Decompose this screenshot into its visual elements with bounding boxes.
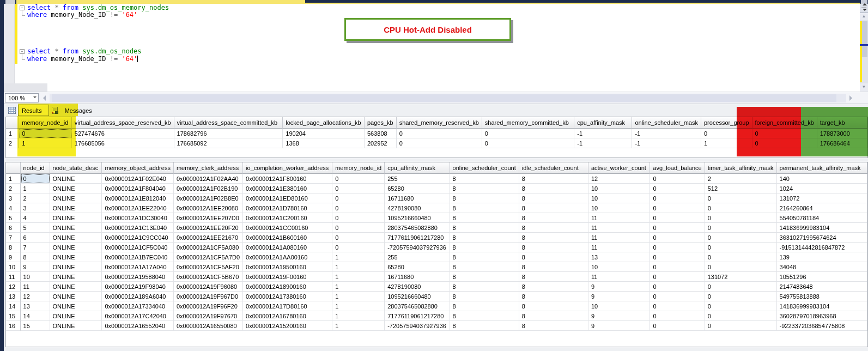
grid-cell[interactable]: 0x0000012A19F98040 — [102, 282, 173, 292]
grid-cell[interactable]: ONLINE — [50, 252, 102, 262]
grid-cell[interactable]: 4278190080 — [385, 282, 450, 292]
grid-cell[interactable]: 8 — [450, 311, 519, 321]
grid-cell[interactable]: ONLINE — [50, 262, 102, 272]
grid-cell[interactable]: 11 — [588, 272, 650, 282]
grid-cell[interactable]: 0x0000012A1F02AA40 — [174, 174, 243, 184]
grid-cell[interactable]: 131072 — [705, 272, 777, 282]
grid-cell[interactable]: 16711680 — [385, 193, 450, 203]
grid-cell[interactable]: 1 — [21, 184, 50, 193]
table-row[interactable]: 1110ONLINE0x0000012A195880400x0000012A1C… — [6, 272, 867, 282]
grid-cell[interactable]: 0 — [650, 184, 705, 193]
grid-cell[interactable]: 0x0000012A1CC00160 — [243, 223, 332, 233]
row-number[interactable]: 8 — [6, 243, 21, 252]
grid-cell[interactable]: 0x0000012A1F800160 — [243, 174, 332, 184]
table-row[interactable]: 43ONLINE0x0000012A1EE220400x0000012A1EE2… — [6, 203, 867, 213]
fold-collapse-icon[interactable]: - — [20, 49, 25, 54]
grid-cell[interactable]: 512 — [705, 184, 777, 193]
grid-cell[interactable]: 0 — [705, 252, 777, 262]
grid-cell[interactable]: 0x0000012A1DC30040 — [102, 213, 173, 223]
grid-cell[interactable]: 1 — [332, 282, 385, 292]
grid-cell[interactable]: 0x0000012A1EE20F20 — [174, 223, 243, 233]
grid-cell[interactable]: 0 — [21, 174, 50, 184]
grid-cell[interactable]: -1 — [632, 129, 701, 138]
grid-cell[interactable]: 0x0000012A19F96F20 — [174, 301, 243, 311]
table-row[interactable]: 54ONLINE0x0000012A1DC300400x0000012A1EE2… — [6, 213, 867, 223]
grid-cell[interactable]: 8 — [519, 213, 588, 223]
grid-cell[interactable]: 8 — [519, 233, 588, 243]
grid-cell[interactable]: 0x0000012A1C200160 — [243, 213, 332, 223]
column-header-idle_scheduler_count[interactable]: idle_scheduler_count — [519, 162, 588, 174]
grid-cell[interactable]: -1 — [574, 138, 632, 148]
table-row[interactable]: 1514ONLINE0x0000012A17C420400x0000012A19… — [6, 311, 867, 321]
grid-cell[interactable]: 0x0000012A1F02B8E0 — [174, 193, 243, 203]
grid-cell[interactable]: -1 — [574, 129, 632, 138]
grid-cell[interactable]: 8 — [519, 223, 588, 233]
grid-cell[interactable]: 1 — [332, 292, 385, 301]
grid-cell[interactable]: 8 — [450, 174, 519, 184]
grid-cell[interactable]: 11 — [588, 243, 650, 252]
grid-cell[interactable]: 0 — [650, 301, 705, 311]
grid-cell[interactable]: 8 — [519, 184, 588, 193]
row-number[interactable]: 10 — [6, 262, 21, 272]
grid-cell[interactable]: 0 — [332, 213, 385, 223]
grid-cell[interactable]: 1368 — [283, 138, 365, 148]
grid-cell[interactable]: ONLINE — [50, 272, 102, 282]
table-row[interactable]: 1615ONLINE0x0000012A165520400x0000012A16… — [6, 321, 867, 331]
grid-cell[interactable]: 0x0000012A16780160 — [243, 311, 332, 321]
grid-cell[interactable]: 2164260864 — [777, 203, 867, 213]
code-line[interactable]: -select * from sys.dm_os_nodes — [18, 48, 859, 55]
grid-cell[interactable]: 0 — [705, 203, 777, 213]
grid-cell[interactable]: ONLINE — [50, 292, 102, 301]
grid-cell[interactable]: 12 — [21, 292, 50, 301]
grid-cell[interactable]: 0 — [650, 262, 705, 272]
grid-cell[interactable]: ONLINE — [50, 282, 102, 292]
column-header-active_worker_count[interactable]: active_worker_count — [588, 162, 650, 174]
grid-cell[interactable]: 178682796 — [174, 129, 283, 138]
grid-cell[interactable]: 9 — [21, 262, 50, 272]
table-row[interactable]: 87ONLINE0x0000012A1CF5C0400x0000012A1CF5… — [6, 243, 867, 252]
grid-cell[interactable]: 527474676 — [72, 129, 174, 138]
grid-cell[interactable]: 8 — [519, 252, 588, 262]
grid-cell[interactable]: 11 — [21, 282, 50, 292]
column-header-memory_object_address[interactable]: memory_object_address — [102, 162, 173, 174]
grid-cell[interactable]: ONLINE — [50, 193, 102, 203]
grid-cell[interactable]: 71776119061217280 — [385, 233, 450, 243]
grid-corner[interactable] — [6, 162, 21, 174]
grid-cell[interactable]: 5 — [21, 223, 50, 233]
row-number[interactable]: 7 — [6, 233, 21, 243]
grid-cell[interactable]: 0 — [705, 262, 777, 272]
grid-cell[interactable]: 0x0000012A19500160 — [243, 262, 332, 272]
grid-cell[interactable]: 15 — [21, 321, 50, 331]
grid-cell[interactable]: 36028797018963968 — [777, 311, 867, 321]
grid-cell[interactable]: 34048 — [777, 262, 867, 272]
grid-cell[interactable]: 0x0000012A1D780160 — [243, 203, 332, 213]
grid-cell[interactable]: ONLINE — [50, 321, 102, 331]
grid-cell[interactable]: 0x0000012A19588040 — [102, 272, 173, 282]
grid-cell[interactable]: 6 — [21, 233, 50, 243]
table-row[interactable]: 21ONLINE0x0000012A1F8040400x0000012A1F02… — [6, 184, 867, 193]
grid-cell[interactable]: 0 — [650, 311, 705, 321]
grid-cell[interactable]: 0x0000012A1ED80160 — [243, 193, 332, 203]
query-editor[interactable]: -select * from sys.dm_os_memory_nodeswhe… — [4, 4, 860, 92]
grid-cell[interactable]: 0 — [705, 223, 777, 233]
grid-cell[interactable]: 0x0000012A1CF5C040 — [102, 243, 173, 252]
grid-cell[interactable]: 10 — [588, 203, 650, 213]
grid-cell[interactable]: 1095216660480 — [385, 213, 450, 223]
grid-cell[interactable]: -72057594037927936 — [385, 243, 450, 252]
grid-cell[interactable]: 0x0000012A1A080160 — [243, 243, 332, 252]
grid-cell[interactable]: 549755813888 — [777, 292, 867, 301]
table-row[interactable]: 10ONLINE0x0000012A1F02E0400x0000012A1F02… — [6, 174, 867, 184]
grid-cell[interactable]: 0x0000012A1E380160 — [243, 184, 332, 193]
grid-cell[interactable]: 8 — [450, 223, 519, 233]
scroll-down-icon[interactable]: ▼ — [860, 83, 868, 91]
scroll-right-icon[interactable] — [849, 95, 852, 101]
grid-cell[interactable]: 1095216660480 — [385, 292, 450, 301]
grid-cell[interactable]: 0x0000012A18900160 — [243, 282, 332, 292]
column-header-cpu_affinity_mask[interactable]: cpu_affinity_mask — [385, 162, 450, 174]
grid-cell[interactable]: 0 — [650, 243, 705, 252]
grid-cell[interactable]: 9 — [588, 282, 650, 292]
grid-cell[interactable]: 1 — [332, 301, 385, 311]
grid-cell[interactable]: 0x0000012A16550080 — [174, 321, 243, 331]
grid-cell[interactable]: 8 — [519, 301, 588, 311]
zoom-level-dropdown[interactable]: 100 % — [5, 93, 39, 102]
